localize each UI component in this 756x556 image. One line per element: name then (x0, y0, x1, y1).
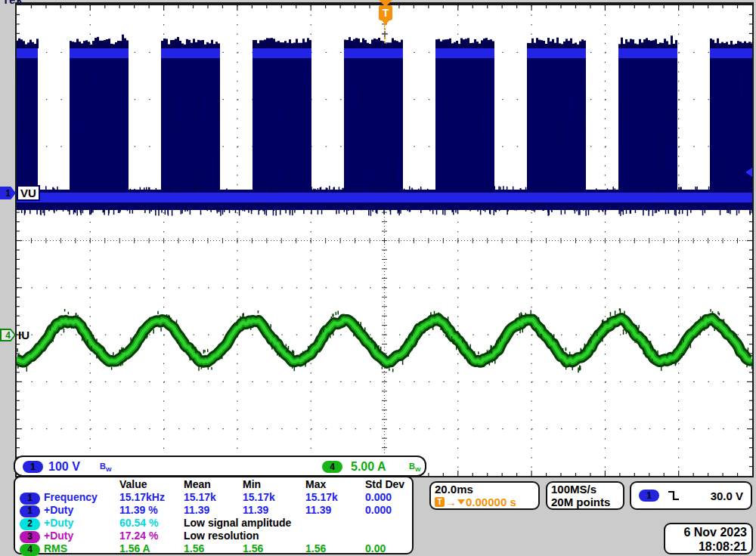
measurement-value: 11.39 % (119, 504, 184, 517)
channel4-scale[interactable]: 5.00 A (351, 460, 386, 474)
channel4-marker-badge: 4 (0, 329, 16, 341)
arrow-right-icon: → (445, 496, 457, 508)
measurement-row-badge: 3 (20, 530, 44, 542)
measurement-mean: 15.17k (184, 491, 243, 504)
horizontal-settings-box[interactable]: 20.0ms T→0.00000 s (429, 481, 540, 510)
measurement-min: 15.17k (243, 491, 305, 504)
measurement-name: RMS (44, 542, 119, 555)
time-readout: 18:08:21 (665, 539, 747, 554)
measurement-value: 15.17kHz (119, 491, 184, 504)
measurement-mean: 1.56 (184, 542, 243, 555)
measurement-min: 1.56 (243, 542, 305, 555)
measurement-mean: 11.39 (184, 504, 243, 517)
channel-readout-bar: 1 100 V BW 4 5.00 A BW (14, 456, 426, 477)
measurement-row-badge: 1 (20, 504, 44, 517)
column-header: Std Dev (365, 478, 412, 491)
trigger-t-icon: T (435, 497, 445, 507)
record-length-readout: 20M points (551, 496, 619, 508)
trigger-flag-tail-icon (382, 20, 389, 25)
channel1-ground-marker[interactable]: 1 VU (0, 185, 40, 201)
channel1-waveform-label: VU (17, 185, 40, 201)
measurement-message: Low signal amplitude (184, 517, 412, 530)
measurement-name: +Duty (44, 504, 119, 517)
trigger-flag-icon[interactable]: T (379, 5, 392, 20)
trigger-position-readout: T→0.00000 s (435, 496, 534, 508)
channel1-scale[interactable]: 100 V (48, 460, 80, 474)
triangle-down-icon (457, 499, 465, 505)
measurement-stddev: 0.00 (365, 542, 412, 555)
channel4-badge[interactable]: 4 (322, 461, 342, 473)
trigger-level-readout: 30.0 V (711, 490, 743, 502)
measurement-max: 11.39 (305, 504, 365, 517)
channel1-badge[interactable]: 1 (23, 461, 43, 473)
trigger-settings-box[interactable]: 1 30.0 V (630, 481, 752, 510)
channel1-marker-badge: 1 (0, 187, 16, 199)
channel-badge: 2 (20, 518, 40, 530)
datetime-box: 6 Nov 2023 18:08:21 (664, 523, 753, 554)
column-header: Max (305, 478, 365, 491)
measurement-stddev: 0.000 (365, 504, 412, 517)
measurements-table: ValueMeanMinMaxStd Dev1Frequency15.17kHz… (20, 478, 412, 555)
measurement-stddev: 0.000 (365, 491, 412, 504)
column-header: Min (243, 478, 305, 491)
waveform-display (17, 5, 752, 476)
timebase-readout: 20.0ms (435, 483, 534, 496)
measurement-row-badge: 1 (20, 491, 44, 504)
measurement-max: 15.17k (305, 491, 365, 504)
measurements-panel: ValueMeanMinMaxStd Dev1Frequency15.17kHz… (14, 476, 414, 554)
header-spacer (44, 478, 119, 491)
channel-badge: 1 (20, 493, 40, 505)
channel-badge: 1 (20, 505, 40, 517)
measurement-row-badge: 2 (20, 517, 44, 530)
tek-logo: Tek (2, 0, 23, 6)
measurement-value: 17.24 % (119, 530, 184, 542)
falling-edge-icon (667, 490, 681, 502)
measurement-max: 1.56 (305, 542, 365, 555)
channel4-bandwidth-icon: BW (409, 462, 421, 473)
header-spacer (20, 478, 44, 491)
channel-badge: 3 (20, 531, 40, 543)
column-header: Mean (184, 478, 243, 491)
channel-badge: 4 (20, 544, 40, 556)
graticule (15, 2, 754, 477)
channel4-ground-marker[interactable]: 4 IU (0, 329, 29, 341)
measurement-name: +Duty (44, 530, 119, 542)
measurement-value: 1.56 A (119, 542, 184, 555)
date-readout: 6 Nov 2023 (665, 525, 747, 539)
measurement-name: Frequency (44, 491, 119, 504)
measurement-message: Low resolution (184, 530, 412, 542)
column-header: Value (119, 478, 184, 491)
trigger-source-badge: 1 (639, 490, 659, 502)
measurement-row-badge: 4 (20, 542, 44, 555)
channel4-waveform-label: IU (18, 329, 29, 341)
acquisition-settings-box[interactable]: 100MS/s 20M points (546, 481, 624, 510)
measurement-min: 11.39 (243, 504, 305, 517)
channel1-bandwidth-icon: BW (100, 462, 112, 473)
measurement-name: +Duty (44, 517, 119, 530)
measurement-value: 60.54 % (119, 517, 184, 530)
sample-rate-readout: 100MS/s (551, 483, 619, 496)
